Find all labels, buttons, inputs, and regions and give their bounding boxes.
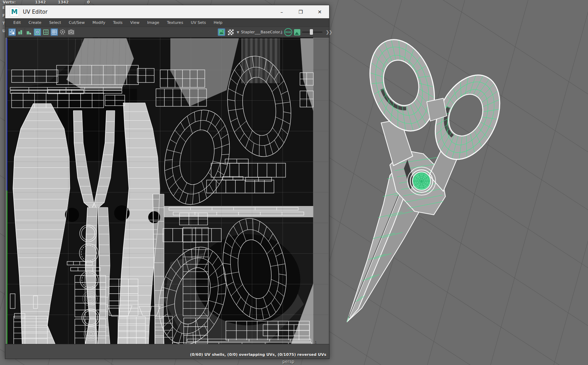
- camera-label: persp: [282, 359, 294, 364]
- titlebar[interactable]: M UV Editor – ❐ ✕: [5, 5, 329, 18]
- menu-cutsew[interactable]: Cut/Sew: [65, 18, 89, 27]
- menu-view[interactable]: View: [126, 18, 143, 27]
- checker-pattern-icon[interactable]: [227, 28, 234, 36]
- shaded-shells-icon[interactable]: [17, 28, 24, 36]
- image-display-icon[interactable]: [218, 28, 225, 36]
- shell-pieces-icon[interactable]: [25, 28, 33, 36]
- close-button[interactable]: ✕: [310, 5, 329, 18]
- menu-image[interactable]: Image: [143, 18, 163, 27]
- uv-editor-window: M UV Editor – ❐ ✕ EditCreateSelectCut/Se…: [5, 5, 329, 359]
- display-toggle-group: [8, 28, 75, 36]
- u-axis-tick-label: 1: [315, 341, 317, 344]
- menu-tools[interactable]: Tools: [109, 18, 126, 27]
- border-edges-icon[interactable]: [42, 28, 50, 36]
- menu-help[interactable]: Help: [210, 18, 226, 27]
- expand-toolbar-icon[interactable]: ❯❯: [326, 29, 332, 35]
- menu-select[interactable]: Select: [45, 18, 65, 27]
- uv-snapshot-icon[interactable]: [67, 28, 75, 36]
- chevron-down-icon[interactable]: ▼: [237, 31, 239, 34]
- menu-create[interactable]: Create: [25, 18, 45, 27]
- image-icon[interactable]: [294, 29, 300, 35]
- menu-modify[interactable]: Modify: [89, 18, 109, 27]
- menu-uvsets[interactable]: UV Sets: [187, 18, 210, 27]
- maya-application: Verts: 1342 1342 0 EFT:U persp M UV Edit…: [0, 0, 588, 365]
- checker-map-icon[interactable]: [51, 28, 58, 36]
- slider-handle[interactable]: [310, 29, 313, 35]
- dim-image-icon[interactable]: [59, 28, 66, 36]
- status-bar: (0/60) UV shells, (0/0) overlapping UVs,…: [5, 344, 329, 359]
- window-title: UV Editor: [23, 9, 47, 15]
- menu-bar: EditCreateSelectCut/SewModifyToolsViewIm…: [5, 18, 329, 27]
- maximize-button[interactable]: ❐: [291, 5, 310, 18]
- uv-distortion-icon[interactable]: [8, 28, 16, 36]
- maya-logo-icon: M: [10, 7, 19, 16]
- menu-textures[interactable]: Textures: [163, 18, 187, 27]
- rgb-channels-icon[interactable]: RGB: [284, 28, 292, 36]
- texture-name-label[interactable]: Stapler___BaseColor.jp: [241, 30, 282, 34]
- menu-edit[interactable]: Edit: [9, 18, 25, 27]
- uv-canvas-area[interactable]: 1: [5, 38, 329, 344]
- minimize-button[interactable]: –: [272, 5, 291, 18]
- toolbar: ▼ Stapler___BaseColor.jp RGB ❯❯: [5, 27, 329, 38]
- texture-borders-icon[interactable]: [34, 28, 41, 36]
- uv-statistics: (0/60) UV shells, (0/0) overlapping UVs,…: [190, 352, 326, 357]
- exposure-slider[interactable]: [302, 32, 322, 33]
- uv-canvas[interactable]: 1: [5, 38, 329, 344]
